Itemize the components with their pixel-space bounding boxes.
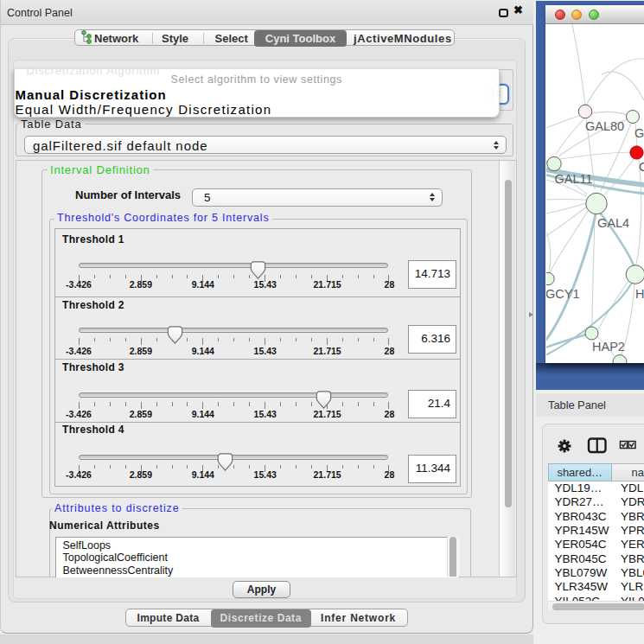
svg-text:C: C [639, 160, 644, 174]
svg-text:GAL80: GAL80 [585, 119, 624, 133]
svg-text:GA: GA [634, 126, 644, 140]
svg-text:HAP2: HAP2 [592, 340, 625, 354]
svg-text:GCY1: GCY1 [546, 287, 580, 301]
svg-text:GAL4: GAL4 [597, 216, 629, 230]
svg-text:H: H [635, 287, 644, 301]
svg-text:GAL11: GAL11 [555, 172, 593, 186]
